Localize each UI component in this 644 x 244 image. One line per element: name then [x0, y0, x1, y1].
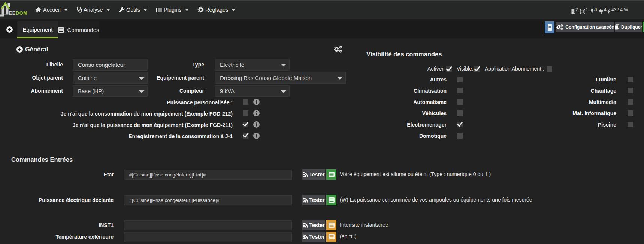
svg-text:DOM: DOM	[16, 11, 28, 16]
svg-text:EE: EE	[9, 11, 16, 16]
